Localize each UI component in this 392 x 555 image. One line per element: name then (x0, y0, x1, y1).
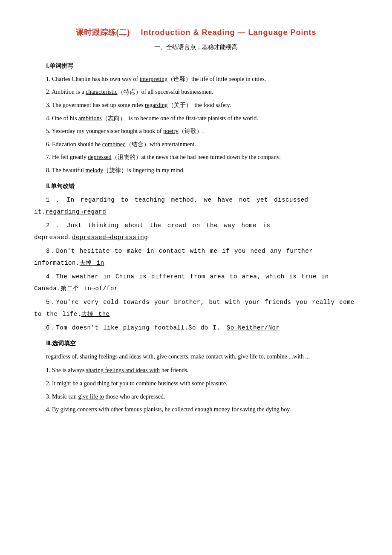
options-line: regardless of, sharing feelings and idea… (34, 351, 358, 363)
list-item: 2 ． Just thinking about the crowd on the… (34, 220, 358, 243)
list-item: 2. It might be a good thing for you to c… (34, 378, 358, 390)
list-item: 4. By giving concerts with other famous … (34, 404, 358, 416)
section-I: Ⅰ.单词拼写 1. Charles Chaplin has his own wa… (34, 61, 358, 176)
section-I-title: Ⅰ.单词拼写 (34, 61, 358, 71)
list-item: 1. She is always sharing feelings and id… (34, 365, 358, 376)
list-item: 4．The weather in China is different from… (34, 271, 358, 295)
list-item: 5．You're very cold towards your brother,… (34, 296, 358, 320)
section-III-title: Ⅲ.选词填空 (34, 338, 358, 349)
section-III: Ⅲ.选词填空 regardless of, sharing feelings a… (34, 338, 358, 416)
list-item: 1. Charles Chaplin has his own way of in… (34, 74, 358, 85)
section-II-title: Ⅱ.单句改错 (34, 181, 358, 191)
list-item: 6．Tom doesn't like playing football.So d… (34, 322, 358, 334)
list-item: 4. One of his ambitions（志向） is to become… (34, 113, 358, 124)
list-item: 2. Ambition is a characteristic（特点）of al… (34, 87, 358, 98)
list-item: 3. The government has set up some rules … (34, 100, 358, 111)
section-II: Ⅱ.单句改错 1 ． In regarding to teaching meth… (34, 181, 358, 334)
list-item: 6. Education should be combined（结合）with … (34, 139, 358, 150)
subtitle: 一、全练语言点，基稳才能楼高 (34, 42, 358, 52)
list-item: 3．Don't hesitate to make in contact with… (34, 245, 358, 269)
list-item: 1 ． In regarding to teaching method, we … (34, 194, 358, 218)
page-title: 课时跟踪练(二) Introduction & Reading — Langua… (34, 26, 358, 39)
list-item: 5. Yesterday my younger sister bought a … (34, 126, 358, 137)
list-item: 8. The beautiful melody（旋律）is lingering … (34, 165, 358, 176)
list-item: 7. He felt greatly depressed（沮丧的）at the … (34, 152, 358, 163)
list-item: 3. Music can give life to those who are … (34, 391, 358, 403)
